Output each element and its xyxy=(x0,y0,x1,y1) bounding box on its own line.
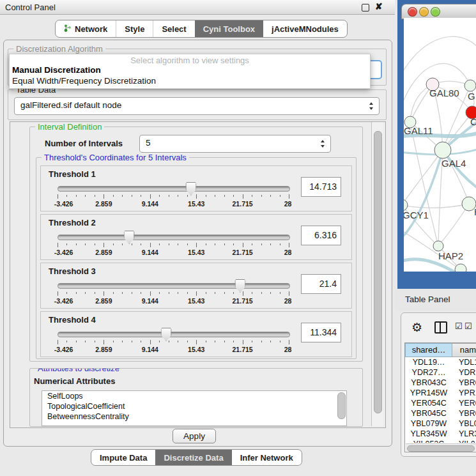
label-hap2: HAP2 xyxy=(438,250,463,261)
column-header-shared-name[interactable]: shared… xyxy=(405,343,452,357)
cell-shared-name[interactable]: YPR145W xyxy=(405,388,452,398)
tab-discretize-data[interactable]: Discretize Data xyxy=(155,450,231,465)
scale-label: 28 xyxy=(284,249,292,256)
cell-name[interactable]: YIL0 xyxy=(452,439,476,443)
float-window-icon[interactable] xyxy=(362,4,369,12)
tick-mark xyxy=(104,194,104,199)
tick-mark xyxy=(289,243,289,247)
tick-mark xyxy=(243,291,243,296)
threshold-value-field[interactable]: 14.713 xyxy=(301,177,341,197)
cell-shared-name[interactable]: YER054C xyxy=(405,398,452,408)
slider-track[interactable] xyxy=(58,332,290,337)
node-hap2[interactable] xyxy=(433,241,443,251)
tick-mark xyxy=(252,292,252,294)
tab-jactivemnodules[interactable]: jActiveMNodules xyxy=(263,20,347,37)
slider-thumb[interactable] xyxy=(124,231,135,244)
cell-shared-name[interactable]: YDR27… xyxy=(405,367,452,378)
table-data-combobox[interactable]: galFiltered.sif default node xyxy=(14,97,380,115)
table-horizontal-scrollbar[interactable] xyxy=(406,443,476,451)
tab-infer-network[interactable]: Infer Network xyxy=(232,450,302,465)
tab-impute-data[interactable]: Impute Data xyxy=(91,450,155,465)
tick-mark xyxy=(169,292,169,294)
table-row[interactable]: YLR345W YLR3 xyxy=(405,429,476,439)
cell-name[interactable]: YBL0 xyxy=(452,418,476,429)
settings-vertical-scrollbar[interactable] xyxy=(371,122,383,426)
gear-icon[interactable]: ⚙ xyxy=(411,320,422,335)
threshold-slider[interactable]: -3.4262.8599.14415.4321.71528 xyxy=(58,230,289,258)
threshold-slider[interactable]: -3.4262.8599.14415.4321.71528 xyxy=(58,181,289,210)
slider-thumb[interactable] xyxy=(234,279,245,293)
cell-name[interactable]: YPR1 xyxy=(452,388,476,398)
threshold-value-field[interactable]: 21.4 xyxy=(301,274,341,294)
thresholds-group-title: Threshold's Coordinates for 5 Intervals xyxy=(42,153,189,162)
table-row[interactable]: YIL052C YIL0 xyxy=(405,439,476,443)
table-row[interactable]: YER054C YER0 xyxy=(405,398,476,408)
apply-button[interactable]: Apply xyxy=(173,429,216,443)
threshold-slider[interactable]: -3.4262.8599.14415.4321.71528 xyxy=(58,279,289,307)
threshold-slider[interactable]: -3.4262.8599.14415.4321.71528 xyxy=(58,327,289,355)
threshold-value-field[interactable]: 6.316 xyxy=(301,226,341,245)
scale-label: 15.43 xyxy=(188,249,204,256)
cell-name[interactable]: YLR3 xyxy=(452,429,476,439)
number-of-intervals-combobox[interactable]: 5 xyxy=(139,135,331,153)
table-hscrollbar-thumb[interactable] xyxy=(407,445,475,452)
algorithm-dropdown-hint: Select algorithm to view settings xyxy=(10,56,370,65)
tick-mark xyxy=(58,243,58,247)
attribute-list-item[interactable]: BetweennessCentrality xyxy=(42,411,346,422)
cell-name[interactable]: YDR2 xyxy=(452,367,476,378)
slider-thumb[interactable] xyxy=(185,182,196,196)
scale-label: -3.426 xyxy=(54,200,73,208)
cell-shared-name[interactable]: YBR043C xyxy=(405,378,452,388)
cell-name[interactable]: YER0 xyxy=(452,398,476,408)
table-row[interactable]: YDL19… YDL1 xyxy=(405,357,476,367)
algorithm-option-manual-discretization[interactable]: Manual Discretization xyxy=(12,65,101,75)
checkbox-icon[interactable]: ☑ xyxy=(455,321,463,331)
cell-shared-name[interactable]: YBL079W xyxy=(405,418,452,429)
algorithm-option-equal-width-frequency[interactable]: Equal Width/Frequency Discretization xyxy=(12,76,156,86)
network-view-canvas[interactable]: GAL80 G. C GAL11 GAL4 GCY1 H HAP2 xyxy=(404,18,476,272)
cell-name[interactable]: YBR0 xyxy=(452,378,476,388)
table-row[interactable]: YBR045C YBR0 xyxy=(405,408,476,418)
column-header-name[interactable]: name xyxy=(452,343,476,357)
tick-mark xyxy=(122,195,123,197)
cell-shared-name[interactable]: YLR345W xyxy=(405,429,452,439)
slider-track[interactable] xyxy=(58,283,290,289)
table-row[interactable]: YBR043C YBR0 xyxy=(405,378,476,388)
tab-network[interactable]: Network xyxy=(56,20,116,37)
mac-minimize-button[interactable] xyxy=(419,7,429,17)
tick-mark xyxy=(178,195,178,197)
threshold-panel: Threshold 3 -3.4262.8599.14415.4321.7152… xyxy=(40,263,352,309)
table-row[interactable]: YDR27… YDR2 xyxy=(405,367,476,378)
cell-name[interactable]: YBR0 xyxy=(452,408,476,418)
cell-shared-name[interactable]: YDL19… xyxy=(405,357,452,367)
attributes-scrollbar-thumb[interactable] xyxy=(337,392,346,419)
settings-scrollbar-thumb[interactable] xyxy=(374,131,382,413)
slider-track[interactable] xyxy=(58,234,290,240)
tab-style[interactable]: Style xyxy=(116,20,153,37)
scale-label: 9.144 xyxy=(142,200,158,208)
cell-shared-name[interactable]: YBR045C xyxy=(405,408,452,418)
tab-cyni-toolbox[interactable]: Cyni Toolbox xyxy=(195,20,263,37)
tick-mark xyxy=(113,195,114,197)
table-row[interactable]: YPR145W YPR1 xyxy=(405,388,476,398)
cell-shared-name[interactable]: YIL052C xyxy=(405,439,452,443)
slider-track[interactable] xyxy=(58,186,290,192)
threshold-value-field[interactable]: 11.344 xyxy=(301,323,341,342)
mac-close-button[interactable] xyxy=(408,7,417,17)
cell-name[interactable]: YDL1 xyxy=(452,357,476,367)
close-icon[interactable]: ✘ xyxy=(375,1,383,12)
split-columns-icon[interactable] xyxy=(434,321,447,334)
table-row[interactable]: YBL079W YBL0 xyxy=(405,418,476,429)
tab-select[interactable]: Select xyxy=(153,20,194,37)
attribute-list-item[interactable]: SelfLoops xyxy=(42,391,346,401)
numerical-attributes-list[interactable]: SelfLoopsTopologicalCoefficientBetweenne… xyxy=(42,390,347,426)
node-gal4[interactable] xyxy=(434,142,451,158)
scale-label: 9.144 xyxy=(142,346,158,353)
node-clipped-top-right[interactable] xyxy=(464,80,476,91)
network-window-titlebar[interactable] xyxy=(401,4,476,19)
slider-thumb[interactable] xyxy=(161,328,172,341)
attribute-list-item[interactable]: TopologicalCoefficient xyxy=(42,401,346,411)
mac-zoom-button[interactable] xyxy=(431,7,440,17)
checkbox-icon[interactable]: ☑ xyxy=(464,321,472,331)
network-nodes[interactable] xyxy=(404,78,476,272)
